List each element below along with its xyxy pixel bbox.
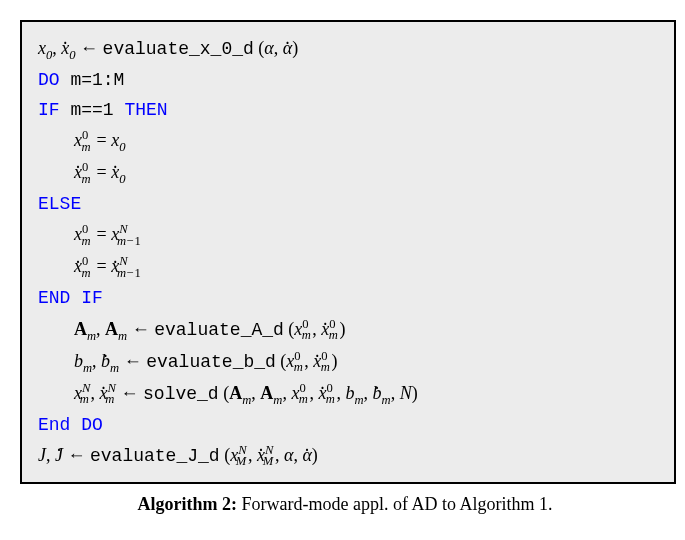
algo-line-1: x0, x0 ← evaluate_x_0_d (α, α) <box>38 34 658 65</box>
algo-line-13: End DO <box>38 410 658 440</box>
algo-line-9: END IF <box>38 283 658 313</box>
algo-line-6: ELSE <box>38 189 658 219</box>
algorithm-box: x0, x0 ← evaluate_x_0_d (α, α) DO m=1:M … <box>20 20 676 484</box>
algo-line-4: x0m = x0 <box>38 125 658 157</box>
algo-line-2: DO m=1:M <box>38 65 658 95</box>
fn-evaluate-b-d: evaluate_b_d <box>146 352 276 372</box>
algo-line-12: xNm, xNm ← solve_d (Am, Am, x0m, x0m, bm… <box>38 378 658 410</box>
fn-evaluate-x0d: evaluate_x_0_d <box>103 39 254 59</box>
algo-line-5: x0m = x0 <box>38 157 658 189</box>
fn-solve-d: solve_d <box>143 384 219 404</box>
caption-text: Forward-mode appl. of AD to Algorithm 1. <box>237 494 552 514</box>
algorithm-caption: Algorithm 2: Forward-mode appl. of AD to… <box>20 494 670 515</box>
fn-evaluate-A-d: evaluate_A_d <box>154 320 284 340</box>
fn-evaluate-J-d: evaluate_J_d <box>90 446 220 466</box>
algo-line-8: x0m = xNm−1 <box>38 251 658 283</box>
algo-line-14: J, J ← evaluate_J_d (xNM, xNM, α, α) <box>38 440 658 472</box>
algo-line-7: x0m = xNm−1 <box>38 219 658 251</box>
algo-line-3: IF m==1 THEN <box>38 95 658 125</box>
caption-label: Algorithm 2: <box>138 494 237 514</box>
algo-line-11: bm, bm ← evaluate_b_d (x0m, x0m) <box>38 346 658 378</box>
algo-line-10: Am, Am ← evaluate_A_d (x0m, x0m) <box>38 314 658 346</box>
